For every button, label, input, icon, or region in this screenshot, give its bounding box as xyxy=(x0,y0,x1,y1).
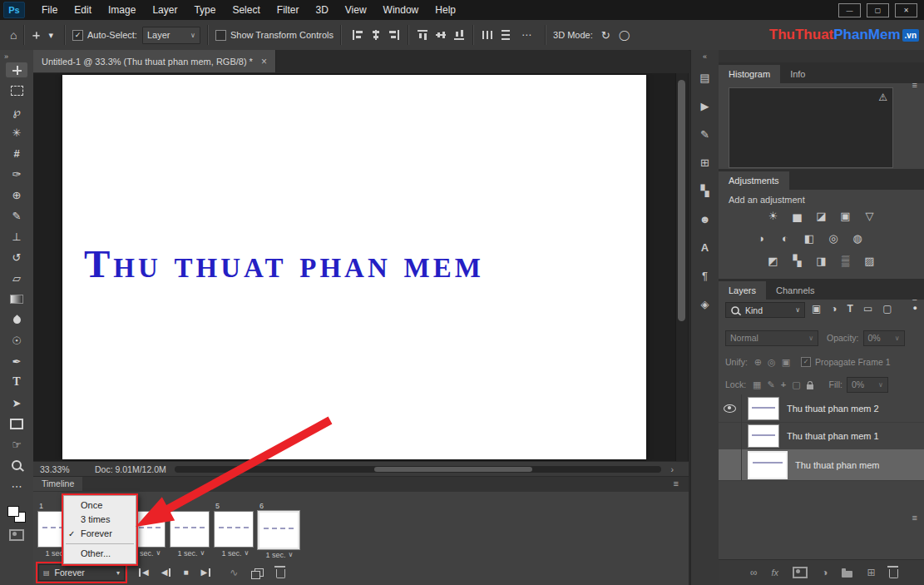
layer-row-thu-thuat-phan-mem-selected[interactable]: Thu thuat phan mem xyxy=(719,449,924,481)
history-brush-tool[interactable]: ↺ xyxy=(6,250,27,265)
delete-frame-button[interactable] xyxy=(276,569,285,578)
canvas[interactable]: Thu thuat phan mem xyxy=(62,75,646,459)
eraser-tool[interactable]: ▱ xyxy=(6,270,27,285)
frame-duration[interactable]: 1 sec.∨ xyxy=(258,551,301,559)
visibility-toggle[interactable] xyxy=(719,394,742,422)
curves-icon[interactable]: ◪ xyxy=(815,210,828,230)
histogram-panel-icon[interactable]: ▤ xyxy=(696,69,714,86)
threshold-icon[interactable]: ◨ xyxy=(815,255,828,275)
align-top-edges-icon[interactable] xyxy=(417,29,428,41)
more-options-icon[interactable]: ⋯ xyxy=(521,29,531,41)
show-transform-checkbox[interactable] xyxy=(215,30,226,41)
adjustment-layer-filter-icon[interactable]: ◑ xyxy=(831,303,837,315)
layer-row-thu-thuat-phan-mem-2[interactable]: Thu thuat phan mem 2 xyxy=(719,394,924,423)
type-layer-filter-icon[interactable]: T xyxy=(847,303,853,315)
timeline-frame-4[interactable]: 4 1 sec.∨ xyxy=(170,502,213,558)
tab-adjustments[interactable]: Adjustments xyxy=(719,171,789,190)
menu-item-image[interactable]: Image xyxy=(100,4,144,16)
3d-orbit-icon[interactable]: ↻ xyxy=(601,29,610,42)
photo-filter-icon[interactable]: ◎ xyxy=(827,232,840,252)
lasso-tool[interactable]: ℘ xyxy=(6,104,27,119)
menu-item-other[interactable]: Other... xyxy=(64,547,136,561)
quick-selection-tool[interactable]: ✳ xyxy=(6,125,27,140)
opacity-field[interactable]: 0% ∨ xyxy=(863,330,905,346)
distribute-vertical-icon[interactable] xyxy=(500,29,511,41)
blend-mode-dropdown[interactable]: Normal ∨ xyxy=(725,330,818,346)
hue-saturation-icon[interactable]: ◑ xyxy=(754,232,768,252)
menu-item-once[interactable]: Once xyxy=(64,498,136,513)
duplicate-frame-button[interactable] xyxy=(254,568,264,577)
menu-item-file[interactable]: File xyxy=(33,4,66,16)
edit-toolbar-button[interactable]: ⋯ xyxy=(6,478,27,493)
distribute-horizontal-icon[interactable] xyxy=(482,29,493,41)
shape-layer-filter-icon[interactable]: ▭ xyxy=(863,303,872,315)
align-right-edges-icon[interactable] xyxy=(388,29,400,41)
loop-count-dropdown[interactable]: ▤ Forever ▾ xyxy=(38,564,125,581)
align-horizontal-centers-icon[interactable] xyxy=(370,29,382,41)
minimize-button[interactable]: — xyxy=(838,3,861,17)
tween-frames-button[interactable]: ∿ xyxy=(230,568,238,577)
blur-tool[interactable] xyxy=(6,312,27,327)
maximize-button[interactable]: ▢ xyxy=(867,3,889,17)
3d-pan-icon[interactable]: ◯ xyxy=(619,29,630,41)
brush-settings-panel-icon[interactable]: ✎ xyxy=(696,126,714,142)
layer-thumbnail[interactable] xyxy=(748,397,779,420)
layer-name[interactable]: Thu thuat phan mem xyxy=(795,460,880,470)
zoom-tool[interactable] xyxy=(6,458,27,473)
type-tool[interactable]: T xyxy=(6,374,27,389)
tab-info[interactable]: Info xyxy=(780,65,815,83)
hand-tool[interactable]: ☞ xyxy=(6,437,27,452)
crop-tool[interactable]: # xyxy=(6,146,27,161)
menu-item-type[interactable]: Type xyxy=(185,4,224,16)
menu-item-view[interactable]: View xyxy=(337,4,375,16)
home-icon[interactable]: ⌂ xyxy=(10,28,17,42)
first-frame-button[interactable]: ◀ xyxy=(139,568,149,577)
lock-all-icon[interactable] xyxy=(807,384,813,389)
add-layer-mask-icon[interactable] xyxy=(793,567,808,578)
gradient-tool[interactable] xyxy=(6,291,27,306)
active-tool-preset[interactable]: ▾ xyxy=(32,27,57,43)
color-balance-icon[interactable]: ◐ xyxy=(778,232,792,252)
fill-field[interactable]: 0% ∨ xyxy=(847,377,888,393)
posterize-icon[interactable]: ▚ xyxy=(791,255,804,275)
invert-icon[interactable]: ◩ xyxy=(767,255,780,275)
actions-panel-icon[interactable]: ▶ xyxy=(696,97,714,114)
new-group-icon[interactable] xyxy=(842,571,852,578)
layer-row-thu-thuat-phan-mem-1[interactable]: Thu thuat phan mem 1 xyxy=(719,422,924,450)
paragraph-panel-icon[interactable]: ¶ xyxy=(696,267,714,284)
unify-style-icon[interactable]: ▣ xyxy=(782,357,790,368)
quick-mask-button[interactable] xyxy=(6,528,27,543)
filter-kind-dropdown[interactable]: Kind ∨ xyxy=(725,302,805,318)
spot-healing-brush-tool[interactable]: ⊕ xyxy=(6,187,27,202)
link-layers-icon[interactable]: ∞ xyxy=(750,567,758,578)
lock-artboard-icon[interactable]: ▢ xyxy=(792,379,800,390)
color-lookup-icon[interactable] xyxy=(875,232,888,252)
visibility-toggle[interactable] xyxy=(719,449,742,480)
dodge-tool[interactable]: ☉ xyxy=(6,333,27,348)
tab-channels[interactable]: Channels xyxy=(766,281,824,300)
layer-name[interactable]: Thu thuat phan mem 1 xyxy=(787,431,879,441)
smart-object-filter-icon[interactable]: ▢ xyxy=(882,303,892,315)
vertical-scrollbar-thumb[interactable] xyxy=(678,80,685,321)
menu-item-3d[interactable]: 3D xyxy=(307,4,336,16)
color-swatches[interactable] xyxy=(7,506,26,523)
frame-duration[interactable]: 1 sec.∨ xyxy=(214,549,257,558)
tab-layers[interactable]: Layers xyxy=(719,281,766,300)
play-button[interactable]: ▶ xyxy=(200,568,210,577)
clone-source-panel-icon[interactable]: ⊞ xyxy=(696,154,714,171)
libraries-panel-icon[interactable]: ☻ xyxy=(696,211,714,227)
frame-duration[interactable]: 1 sec.∨ xyxy=(170,549,213,558)
menu-item-3-times[interactable]: 3 times xyxy=(64,513,136,527)
horizontal-scrollbar[interactable] xyxy=(175,466,661,473)
layer-effects-icon[interactable]: fx xyxy=(772,568,779,578)
layer-thumbnail[interactable] xyxy=(748,424,779,448)
horizontal-scrollbar-thumb[interactable] xyxy=(374,467,532,472)
3d-panel-icon[interactable]: ◈ xyxy=(696,295,714,312)
frame-thumbnail[interactable] xyxy=(170,511,210,548)
close-button[interactable]: ✕ xyxy=(895,3,917,17)
expand-panels-icon[interactable]: « xyxy=(703,52,707,61)
channel-mixer-icon[interactable]: ◍ xyxy=(851,232,864,252)
canvas-viewport[interactable]: Thu thuat phan mem xyxy=(33,73,689,461)
align-bottom-edges-icon[interactable] xyxy=(453,29,465,41)
collapse-tools-icon[interactable]: » xyxy=(4,52,8,61)
